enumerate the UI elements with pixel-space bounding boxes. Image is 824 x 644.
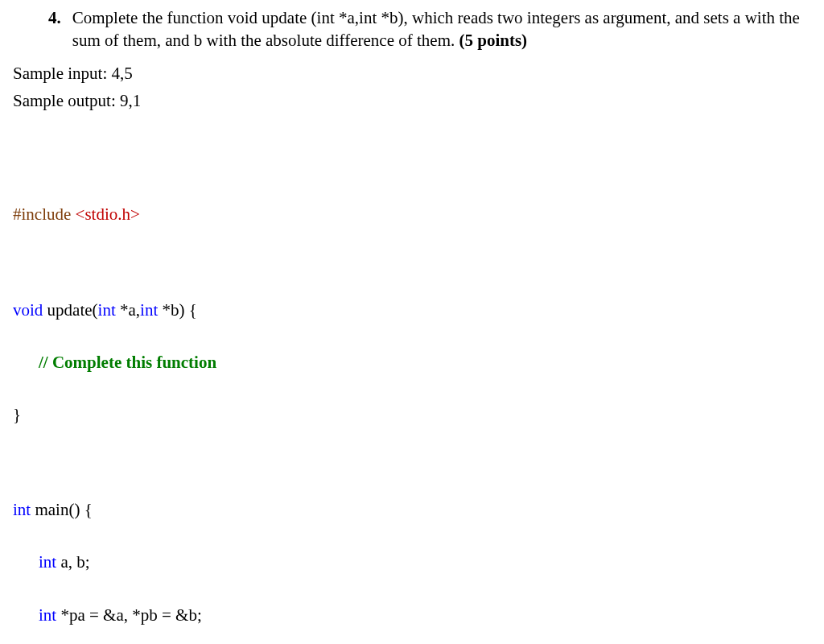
keyword-int: int [98,300,116,320]
param-b: *b) { [158,300,197,320]
code-line-update-sig: void update(int *a,int *b) { [13,297,811,324]
code-line-include: #include <stdio.h> [13,201,811,228]
blank-line [13,254,811,270]
decl-ptrs: *pa = &a, *pb = &b; [56,605,202,625]
keyword-int: int [140,300,158,320]
sample-input: Sample input: 4,5 [13,62,811,85]
func-name: update( [43,300,97,320]
keyword-int: int [13,500,31,519]
include-header: <stdio.h> [71,204,140,224]
keyword-int: int [39,552,56,572]
preprocessor-directive: #include [13,204,71,224]
code-line-decl-ptrs: int *pa = &a, *pb = &b; [13,602,811,629]
keyword-int: int [39,605,56,625]
question-block: 4. Complete the function void update (in… [48,6,811,52]
code-line-close-brace: } [13,402,811,428]
question-text: Complete the function void update (int *… [72,6,811,52]
main-sig: main() { [31,500,93,519]
param-a: *a, [116,300,140,320]
question-body: Complete the function void update (int *… [72,8,800,50]
keyword-void: void [13,300,43,320]
blank-line [13,454,811,471]
code-block: #include <stdio.h> void update(int *a,in… [13,175,811,644]
sample-output: Sample output: 9,1 [13,89,811,112]
code-line-comment: // Complete this function [13,349,811,376]
question-number: 4. [48,6,72,52]
comment: // Complete this function [39,353,216,372]
code-line-main-sig: int main() { [13,497,811,523]
question-points: (5 points) [459,31,527,50]
document-page: 4. Complete the function void update (in… [0,0,824,644]
code-line-decl-ab: int a, b; [13,549,811,576]
spacer [13,117,811,168]
decl-ab: a, b; [56,552,89,572]
